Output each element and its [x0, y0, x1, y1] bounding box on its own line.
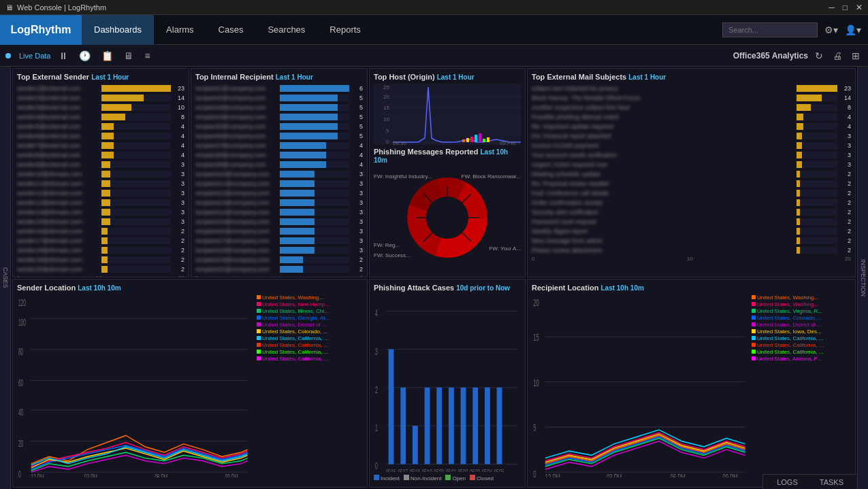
nav-cases[interactable]: Cases [206, 15, 256, 45]
legend-non-incident: Non-Incident [404, 475, 441, 482]
bar-track [101, 114, 171, 120]
bar-track [101, 133, 171, 139]
sender-label: sender5@external.com [17, 123, 99, 130]
bar-value: 2 [174, 256, 184, 263]
maximize-button[interactable]: □ [843, 3, 848, 12]
phishing-label-2: FW: Block Ransomwar... [462, 173, 521, 180]
top-host-title: Top Host (Origin) Last 1 Hour [374, 73, 521, 81]
bottom-bar: LOGS TASKS [762, 474, 857, 489]
legend-label: United States, Washing... [262, 294, 323, 301]
sender-label: sender9@external.com [17, 161, 99, 168]
refresh-button[interactable]: ↻ [812, 49, 826, 63]
legend-label: United States, Colorado, ... [262, 328, 327, 335]
svg-text:12 PM: 12 PM [31, 471, 44, 477]
legend-label: United States, California, ... [757, 342, 823, 348]
list-item: sender17@domain.com 2 [17, 236, 184, 245]
svg-text:40: 40 [18, 407, 23, 417]
external-sender-axis: 01020 [17, 273, 184, 277]
bar-track [101, 152, 171, 158]
close-button[interactable]: ✕ [856, 3, 863, 12]
svg-text:05/19: 05/19 [422, 467, 432, 472]
svg-text:05/22: 05/22 [458, 467, 468, 472]
legend-color [257, 336, 261, 340]
tasks-tab[interactable]: TASKS [814, 478, 849, 486]
sender-label: sender10@domain.com [17, 171, 99, 178]
bar-fill [280, 228, 315, 235]
recipient-label: recipient4@company.com [195, 114, 277, 120]
toolbar-right: Office365 Analytics ↻ 🖨 ⊞ [733, 49, 863, 63]
bar-track [101, 247, 171, 254]
recipient-location-panel: Recipient Location Last 10h 10m 0 5 10 1… [527, 279, 856, 488]
list-item: recipient9@company.com 4 [195, 160, 363, 169]
svg-text:05/18: 05/18 [410, 467, 420, 472]
bar-fill [101, 180, 110, 187]
bar-value: 3 [174, 161, 184, 168]
svg-text:09 PM: 09 PM [723, 471, 738, 477]
internal-recipient-axis: 05 [195, 273, 363, 277]
subject-label: Another suspicious subject line here [532, 104, 794, 111]
bar-value: 8 [840, 104, 851, 111]
svg-text:100: 100 [18, 316, 26, 326]
bar-value: 23 [840, 85, 851, 92]
bar-track [280, 104, 349, 111]
legend-incident: Incident [374, 475, 400, 482]
svg-text:20: 20 [383, 94, 389, 100]
pause-button[interactable]: ⏸ [56, 49, 71, 63]
menu-button[interactable]: ≡ [142, 49, 152, 63]
logs-tab[interactable]: LOGS [771, 478, 803, 486]
bar-fill [797, 247, 800, 254]
bar-track [280, 256, 349, 263]
list-item: recipient15@company.com 3 [195, 217, 363, 226]
bar-fill [797, 171, 800, 178]
bar-fill [280, 180, 315, 187]
bar-value: 2 [840, 171, 851, 178]
monitor-button[interactable]: 🖥 [121, 49, 136, 63]
filter-button[interactable]: ⊞ [849, 49, 863, 63]
sender-label: sender4@external.com [17, 114, 99, 120]
legend-item: United States, Iowa, Des... [752, 328, 851, 335]
list-item: sender9@external.com 3 [17, 160, 184, 169]
recipient-label: recipient5@company.com [195, 123, 277, 130]
legend-open: Open [445, 475, 466, 482]
bar-value: 3 [174, 209, 184, 216]
bar-value: 4 [174, 152, 184, 158]
cases-tab-label[interactable]: CASES [2, 267, 9, 288]
bar-fill [797, 199, 800, 206]
nav-reports[interactable]: Reports [317, 15, 373, 45]
search-input[interactable] [722, 22, 818, 37]
print-button[interactable]: 🖨 [830, 49, 845, 63]
legend-color [752, 316, 756, 320]
live-indicator [5, 53, 11, 58]
sender-location-content: 0 20 40 60 80 100 120 [17, 294, 363, 478]
phishing-label-3: FW: Reg... [374, 242, 400, 248]
sender-label: sender14@domain.com [17, 209, 99, 216]
list-item: recipient19@company.com 2 [195, 255, 363, 264]
svg-text:5: 5 [386, 128, 389, 134]
bar-fill [280, 95, 338, 101]
user-icon[interactable]: 👤▾ [845, 24, 861, 35]
bar-fill [280, 114, 338, 120]
recipient-location-chart: 0 5 10 15 20 [532, 294, 749, 478]
minimize-button[interactable]: ─ [829, 3, 835, 12]
settings-icon[interactable]: ⚙▾ [824, 24, 838, 35]
bar-fill [101, 123, 114, 130]
nav-searches[interactable]: Searches [255, 15, 317, 45]
bar-value: 2 [840, 247, 851, 254]
bar-track [101, 266, 171, 273]
bar-fill [280, 152, 326, 158]
bar-fill [101, 199, 110, 206]
bar-fill [280, 247, 315, 254]
recipient-label: recipient10@company.com [195, 171, 277, 178]
inspection-panel[interactable]: INSPECTION [857, 67, 868, 489]
list-item: recipient2@company.com 5 [195, 93, 363, 102]
subject-label: subject text redacted for privacy [532, 85, 794, 92]
svg-text:25: 25 [383, 84, 389, 90]
sender-label: sender12@domain.com [17, 190, 99, 197]
nav-alarms[interactable]: Alarms [154, 15, 206, 45]
bar-fill [101, 95, 144, 101]
bar-track [797, 161, 837, 168]
time-button[interactable]: 🕐 [76, 49, 93, 63]
live-data-label: Live Data [19, 52, 50, 60]
nav-dashboards[interactable]: Dashboards [82, 15, 154, 45]
clipboard-button[interactable]: 📋 [99, 49, 116, 63]
